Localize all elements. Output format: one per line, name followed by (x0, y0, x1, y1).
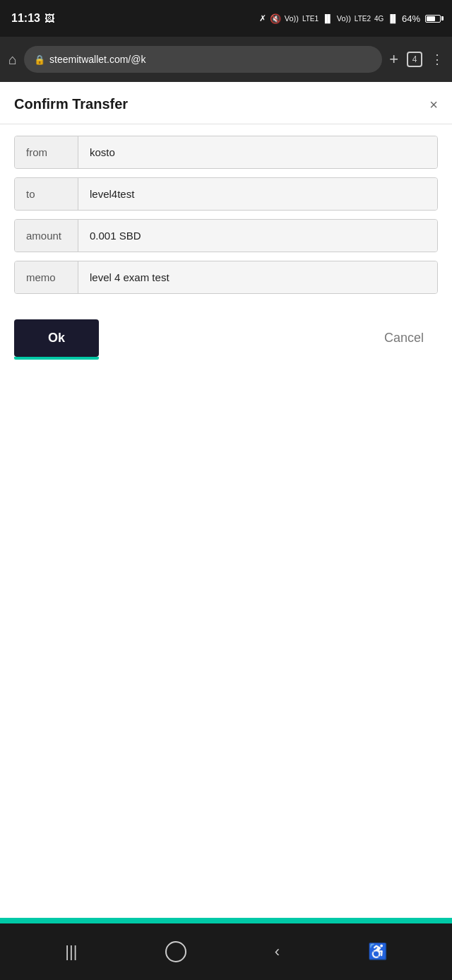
gallery-icon: 🖼 (44, 13, 54, 24)
from-value: kosto (78, 136, 437, 168)
home-nav-icon (165, 941, 186, 962)
address-bar[interactable]: 🔒 steemitwallet.com/@k (24, 46, 382, 73)
signal-2-icon: Vo)) (337, 14, 351, 23)
bluetooth-icon: ✗ (259, 13, 266, 23)
accessibility-button[interactable]: ♿ (361, 935, 394, 968)
recents-icon: ||| (65, 943, 77, 961)
mute-icon: 🔇 (270, 13, 281, 24)
to-row: to level4test (14, 177, 438, 211)
status-bar: 11:13 🖼 ✗ 🔇 Vo)) LTE1 ▐▌ Vo)) LTE2 4G ▐▌… (0, 0, 452, 37)
lte2-label: LTE2 (355, 15, 371, 23)
home-icon[interactable]: ⌂ (8, 52, 17, 68)
form-section: from kosto to level4test amount 0.001 SB… (0, 124, 452, 305)
accessibility-icon: ♿ (368, 943, 387, 961)
memo-row: memo level 4 exam test (14, 261, 438, 294)
amount-value: 0.001 SBD (78, 220, 437, 252)
dialog-title: Confirm Transfer (14, 96, 128, 112)
add-tab-icon[interactable]: + (389, 50, 398, 69)
lock-icon: 🔒 (34, 54, 45, 65)
menu-icon[interactable]: ⋮ (431, 52, 444, 67)
status-time: 11:13 (11, 12, 40, 25)
confirm-transfer-dialog: Confirm Transfer × from kosto to level4t… (0, 82, 452, 378)
back-button[interactable]: ‹ (268, 935, 287, 968)
memo-label: memo (15, 261, 78, 293)
page-content: Confirm Transfer × from kosto to level4t… (0, 82, 452, 923)
status-right: ✗ 🔇 Vo)) LTE1 ▐▌ Vo)) LTE2 4G ▐▌ 64% (259, 13, 441, 24)
dialog-header: Confirm Transfer × (0, 82, 452, 124)
home-nav-button[interactable] (158, 934, 194, 969)
amount-label: amount (15, 220, 78, 252)
battery-percent: 64% (402, 13, 420, 24)
to-value: level4test (78, 178, 437, 210)
browser-actions: + 4 ⋮ (389, 50, 444, 69)
to-label: to (15, 178, 78, 210)
close-button[interactable]: × (429, 98, 438, 112)
lte1-label: LTE1 (302, 15, 319, 23)
back-icon: ‹ (275, 943, 280, 961)
battery-icon (425, 15, 441, 23)
signal-bars-1: ▐▌ (322, 14, 333, 23)
button-row: Ok Cancel (0, 305, 452, 378)
browser-chrome: ⌂ 🔒 steemitwallet.com/@k + 4 ⋮ (0, 37, 452, 82)
4g-label: 4G (374, 15, 383, 23)
cancel-button[interactable]: Cancel (370, 319, 438, 357)
ok-button[interactable]: Ok (14, 319, 99, 357)
teal-accent-bar (0, 918, 452, 923)
signal-1-icon: Vo)) (285, 14, 299, 23)
status-left: 11:13 🖼 (11, 12, 54, 25)
tab-count[interactable]: 4 (407, 52, 422, 67)
from-label: from (15, 136, 78, 168)
url-text: steemitwallet.com/@k (49, 54, 145, 65)
white-space (0, 378, 452, 918)
from-row: from kosto (14, 136, 438, 169)
recents-button[interactable]: ||| (58, 935, 84, 968)
amount-row: amount 0.001 SBD (14, 219, 438, 252)
memo-value: level 4 exam test (78, 261, 437, 293)
signal-bars-2: ▐▌ (387, 14, 398, 23)
bottom-nav: ||| ‹ ♿ (0, 923, 452, 980)
